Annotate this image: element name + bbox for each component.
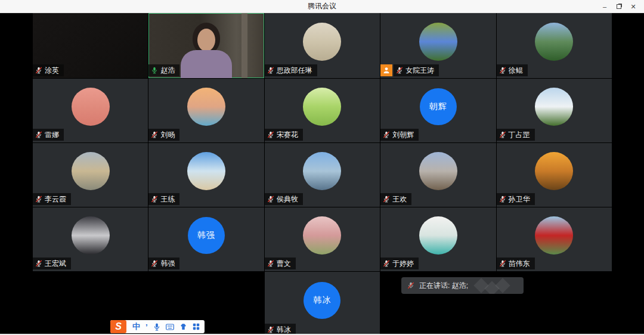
participant-name: 韩冰 — [277, 325, 291, 335]
soft-keyboard-icon[interactable] — [166, 324, 174, 330]
toolbox-icon[interactable] — [193, 323, 200, 330]
avatar-mountain-valley — [535, 23, 573, 61]
participant-tile-韩强[interactable]: 韩强 韩强 — [148, 207, 264, 271]
avatar-beach-sky — [187, 152, 225, 190]
participant-tile-女院王涛[interactable]: 女院王涛 — [380, 13, 496, 78]
speaking-toast-text: 正在讲话: 赵浩; — [419, 281, 468, 291]
window-controls: – ✕ — [597, 0, 640, 13]
punctuation-icon[interactable]: ’ — [145, 322, 148, 331]
participant-nametag: 王练 — [148, 193, 179, 205]
participant-nametag: 侯典牧 — [265, 193, 303, 205]
chinese-mode-icon[interactable]: 中 — [132, 321, 140, 332]
participant-name: 刘旸 — [160, 130, 175, 140]
mic-muted-icon — [499, 131, 506, 138]
participant-name: 刘朝辉 — [392, 130, 414, 140]
participant-tile-苗伟东[interactable]: 苗伟东 — [497, 207, 612, 271]
participant-name: 宋赛花 — [277, 130, 298, 140]
mic-muted-icon — [267, 67, 274, 74]
participant-nametag: 雷娜 — [33, 129, 64, 141]
participant-nametag: 徐鲲 — [497, 64, 528, 76]
avatar-initials: 韩冰 — [304, 282, 340, 319]
mic-muted-icon — [35, 196, 42, 203]
avatar-stone-tower — [72, 152, 110, 190]
participant-tile-思政部任琳[interactable]: 思政部任琳 — [265, 13, 380, 78]
mic-muted-icon — [267, 260, 274, 267]
participant-tile-于婷婷[interactable]: 于婷婷 — [380, 207, 496, 271]
avatar-person-outdoors-sky — [303, 152, 341, 190]
participant-name: 徐鲲 — [509, 66, 523, 76]
ime-toolbar: S 中 ’ — [110, 320, 205, 333]
participant-tile-刘朝辉[interactable]: 朝辉 刘朝辉 — [380, 79, 496, 142]
mic-muted-icon — [499, 196, 506, 203]
participant-nametag: 曹文 — [265, 258, 296, 269]
restore-button[interactable] — [612, 0, 626, 13]
participant-tile-曹文[interactable]: 曹文 — [265, 207, 380, 271]
mic-muted-icon — [151, 260, 158, 267]
participant-tile-雷娜[interactable]: 雷娜 — [33, 79, 148, 142]
participant-nametag: 丁占罡 — [497, 129, 535, 141]
participant-nametag: 刘朝辉 — [380, 129, 419, 141]
avatar-red-flower-sky — [535, 216, 573, 255]
participant-name: 女院王涛 — [405, 66, 434, 76]
mic-muted-icon — [499, 67, 506, 74]
mic-muted-icon — [267, 131, 274, 138]
watermark — [495, 278, 510, 293]
participant-tile-侯典牧[interactable]: 侯典牧 — [265, 143, 380, 207]
mic-muted-icon — [35, 131, 42, 138]
mic-muted-icon — [151, 131, 158, 138]
avatar-person-in-pink-outdoors — [303, 216, 341, 255]
mic-muted-icon — [499, 260, 506, 267]
avatar-cartoon-family — [72, 88, 110, 126]
participant-tile-丁占罡[interactable]: 丁占罡 — [497, 79, 612, 142]
avatar-person-in-white-by-sea — [419, 216, 457, 255]
title-bar: 腾讯会议 – ✕ — [0, 0, 644, 13]
participant-tile-王欢[interactable]: 王欢 — [380, 143, 496, 207]
mic-muted-icon — [35, 67, 42, 74]
avatar-orange-sunset-lake — [535, 152, 573, 190]
participant-tile-王宏斌[interactable]: 王宏斌 — [33, 207, 148, 271]
sogou-logo-icon[interactable]: S — [110, 320, 126, 333]
speaking-toast: 正在讲话: 赵浩; — [401, 277, 524, 294]
participant-name: 苗伟东 — [509, 259, 530, 269]
mic-muted-icon — [396, 67, 403, 74]
participant-name: 丁占罡 — [509, 130, 530, 140]
participant-tile-宋赛花[interactable]: 宋赛花 — [265, 79, 380, 142]
participant-tile-赵浩[interactable]: 赵浩 — [148, 13, 264, 78]
participant-tile-孙卫华[interactable]: 孙卫华 — [497, 143, 612, 207]
participant-tile-韩冰[interactable]: 韩冰 韩冰 — [265, 272, 380, 335]
participant-tile-徐鲲[interactable]: 徐鲲 — [497, 13, 612, 78]
participant-nametag: 赵浩 — [148, 64, 179, 76]
participant-nametag: 李云霞 — [33, 193, 71, 205]
participant-nametag: 思政部任琳 — [265, 64, 317, 76]
participant-nametag: 孙卫华 — [497, 193, 535, 205]
avatar-snow-mountain-meadow — [535, 88, 573, 126]
participant-name: 王宏斌 — [45, 259, 66, 269]
avatar-green-plant — [303, 88, 341, 126]
participant-name: 孙卫华 — [509, 194, 530, 204]
participant-name: 赵浩 — [160, 66, 175, 76]
avatar-white-car-night — [72, 216, 110, 255]
skin-icon[interactable] — [179, 323, 187, 330]
mic-muted-icon — [383, 196, 390, 203]
participant-name: 思政部任琳 — [277, 66, 312, 76]
close-button[interactable]: ✕ — [626, 0, 640, 13]
participant-nametag: 女院王涛 — [394, 64, 439, 76]
participant-name: 曹文 — [277, 259, 291, 269]
participant-name: 李云霞 — [45, 194, 66, 204]
minimize-button[interactable]: – — [597, 0, 612, 13]
participant-tile-涂英[interactable]: 涂英 — [33, 13, 148, 78]
mic-muted-icon — [267, 326, 274, 333]
participant-name: 王欢 — [392, 194, 407, 204]
participant-tile-刘旸[interactable]: 刘旸 — [148, 79, 264, 142]
avatar-initials: 韩强 — [188, 217, 225, 254]
participant-nametag: 韩强 — [148, 258, 179, 269]
participant-name: 于婷婷 — [392, 259, 414, 269]
participant-tile-李云霞[interactable]: 李云霞 — [33, 143, 148, 207]
mic-muted-icon — [383, 260, 390, 267]
participant-nametag: 王欢 — [380, 193, 411, 205]
participant-tile-王练[interactable]: 王练 — [148, 143, 264, 207]
mic-muted-icon — [383, 131, 390, 138]
participant-name: 王练 — [160, 194, 175, 204]
voice-input-icon[interactable] — [153, 323, 160, 331]
mic-muted-icon — [35, 260, 42, 267]
